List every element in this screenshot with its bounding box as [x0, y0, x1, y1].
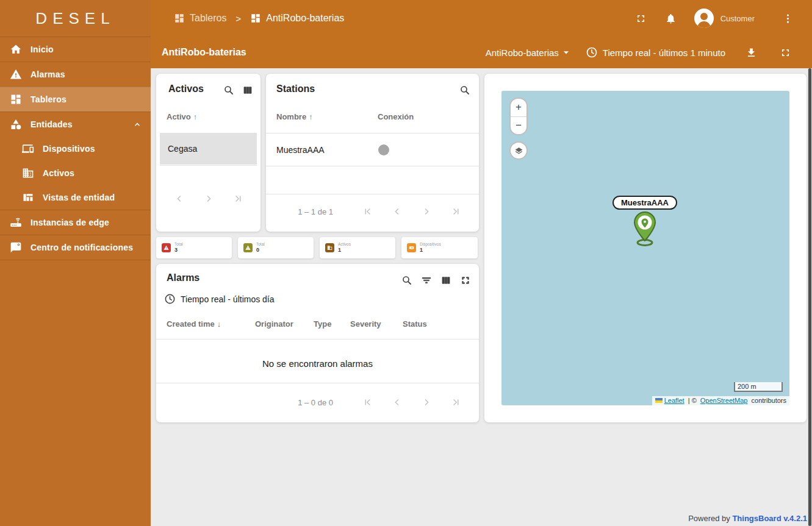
column-header-type[interactable]: Type	[314, 319, 331, 329]
next-page-icon[interactable]	[420, 205, 433, 218]
breadcrumb-antirobo-baterias[interactable]: AntiRobo-baterias	[250, 13, 344, 24]
more-menu-icon[interactable]	[781, 12, 794, 24]
search-icon[interactable]	[223, 84, 234, 96]
sidebar: DESEL Inicio Alarmas Tableros Entidades …	[0, 0, 151, 526]
widget-title: Alarms	[167, 272, 199, 283]
alarms-timewindow-button[interactable]: Tiempo real - últimos día	[164, 293, 275, 305]
count-value: 1	[338, 247, 341, 253]
map-layers-button[interactable]	[509, 141, 528, 160]
sidebar-item-tableros[interactable]: Tableros	[0, 87, 151, 112]
first-page-icon[interactable]	[362, 205, 374, 218]
clock-icon	[586, 46, 598, 59]
home-icon	[10, 43, 22, 55]
table-row-cegasa[interactable]: Cegasa	[160, 133, 257, 165]
map-marker-pin[interactable]	[631, 211, 659, 249]
activos-widget: Activos Activo↑ Cegasa	[156, 74, 260, 232]
search-icon[interactable]	[401, 274, 412, 286]
fullscreen-icon[interactable]	[779, 46, 791, 59]
first-page-icon[interactable]	[362, 396, 374, 408]
next-page-icon[interactable]	[203, 193, 215, 205]
sidebar-item-entidades[interactable]: Entidades	[0, 112, 151, 137]
sort-asc-icon: ↑	[309, 112, 313, 121]
topbar-actions: Customer	[635, 9, 812, 28]
sidebar-item-centro-de-notificaciones[interactable]: Centro de notificaciones	[0, 235, 151, 260]
entities-icon	[10, 118, 22, 130]
alarms-widget-actions	[401, 274, 471, 286]
zoom-in-button[interactable]: +	[511, 99, 526, 117]
sort-desc-icon: ↓	[217, 319, 221, 329]
prev-page-icon[interactable]	[173, 193, 185, 205]
column-header-status[interactable]: Status	[403, 319, 427, 329]
count-label: Activos	[338, 242, 351, 246]
search-icon[interactable]	[459, 84, 470, 96]
dashboard-select[interactable]: AntiRobo-baterias	[486, 46, 572, 59]
column-header-activo[interactable]: Activo↑	[167, 112, 197, 121]
widget-title: Activos	[168, 84, 204, 94]
timewindow-button[interactable]: Tiempo real - últimos 1 minuto	[586, 46, 725, 59]
pagination: 1 – 1 de 1	[266, 205, 479, 218]
edge-icon	[10, 216, 22, 229]
leaflet-map[interactable]: + − MuestraAAA 200 m Le	[501, 91, 789, 405]
last-page-icon[interactable]	[450, 205, 462, 218]
sidebar-item-instancias-de-edge[interactable]: Instancias de edge	[0, 210, 151, 235]
count-widget-dispositivos: Dispositivos 1	[401, 237, 478, 258]
column-header-originator[interactable]: Originator	[255, 319, 293, 329]
count-value: 0	[256, 247, 259, 253]
count-value: 3	[174, 247, 178, 253]
thingsboard-version-link[interactable]: ThingsBoard v.4.2.1	[732, 514, 807, 523]
notifications-bell-icon[interactable]	[665, 12, 677, 24]
column-header-severity[interactable]: Severity	[350, 319, 381, 329]
prev-page-icon[interactable]	[391, 205, 403, 218]
prev-page-icon[interactable]	[391, 396, 403, 408]
count-label: Total	[256, 242, 265, 246]
thingsboard-dashboard-app: DESEL Inicio Alarmas Tableros Entidades …	[0, 0, 812, 526]
filter-icon[interactable]	[420, 274, 432, 286]
devices-icon	[22, 143, 34, 155]
column-header-nombre[interactable]: Nombre↑	[276, 112, 313, 121]
map-marker-tooltip: MuestraAAA	[613, 196, 677, 210]
toolbar-actions: AntiRobo-baterias Tiempo real - últimos …	[486, 46, 812, 59]
widget-title: Stations	[276, 84, 315, 94]
column-header-conexion[interactable]: Conexión	[378, 112, 414, 121]
devices-icon	[407, 243, 416, 252]
last-page-icon[interactable]	[232, 193, 244, 205]
download-icon[interactable]	[745, 46, 757, 59]
dashboards-icon	[250, 13, 261, 24]
sidebar-item-inicio[interactable]: Inicio	[0, 37, 151, 62]
sidebar-item-activos[interactable]: Activos	[0, 161, 151, 185]
entity-views-icon	[22, 191, 34, 204]
clock-icon	[164, 293, 176, 305]
map-attribution: Leaflet | © OpenStreetMap contributors	[652, 396, 789, 405]
last-page-icon[interactable]	[450, 396, 462, 408]
dashboard-toolbar: AntiRobo-baterias AntiRobo-baterias Tiem…	[151, 37, 812, 68]
zoom-out-button[interactable]: −	[511, 117, 526, 135]
powered-by-footer: Powered by ThingsBoard v.4.2.1	[688, 514, 807, 523]
assets-icon	[325, 243, 334, 252]
layers-icon	[514, 146, 523, 155]
column-header-created-time[interactable]: Created time↓	[167, 319, 221, 329]
sidebar-item-dispositivos[interactable]: Dispositivos	[0, 137, 151, 161]
sidebar-item-vistas-de-entidad[interactable]: Vistas de entidad	[0, 185, 151, 210]
columns-icon[interactable]	[242, 84, 253, 96]
notification-center-icon	[10, 241, 22, 254]
count-label: Total	[174, 242, 183, 246]
warning-icon	[10, 68, 22, 80]
desel-logo: DESEL	[0, 0, 151, 37]
fullscreen-icon[interactable]	[635, 12, 647, 24]
pagination	[156, 193, 260, 205]
alarm-count-widget-total: Total 3	[156, 237, 232, 258]
breadcrumb-separator: >	[233, 13, 243, 24]
fullscreen-icon[interactable]	[459, 274, 471, 286]
sidebar-item-alarmas[interactable]: Alarmas	[0, 62, 151, 87]
leaflet-link[interactable]: Leaflet	[664, 397, 684, 404]
next-page-icon[interactable]	[420, 396, 433, 408]
count-label: Dispositivos	[420, 242, 441, 246]
openstreetmap-link[interactable]: OpenStreetMap	[700, 397, 748, 404]
alarm-warning-icon	[162, 243, 171, 252]
user-avatar[interactable]	[694, 9, 714, 28]
breadcrumb-tableros[interactable]: Tableros	[174, 13, 226, 24]
scrollbar-thumb[interactable]	[808, 68, 811, 526]
dashboards-icon	[10, 93, 22, 105]
table-row-muestraaaa[interactable]: MuestraAAA	[266, 133, 479, 166]
columns-icon[interactable]	[440, 274, 451, 286]
